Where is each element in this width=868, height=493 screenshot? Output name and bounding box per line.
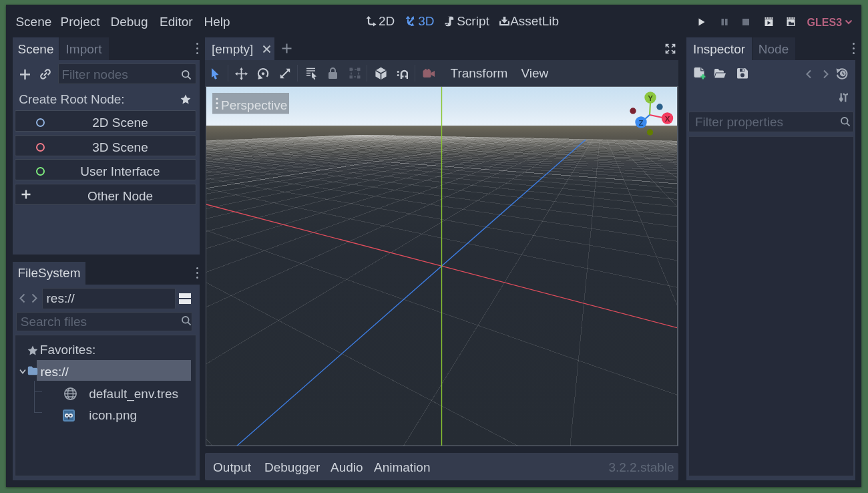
svg-text:Perspective: Perspective: [221, 98, 287, 112]
svg-text:Y: Y: [648, 94, 653, 102]
svg-text:X: X: [665, 115, 670, 123]
svg-text:Z: Z: [638, 119, 643, 127]
